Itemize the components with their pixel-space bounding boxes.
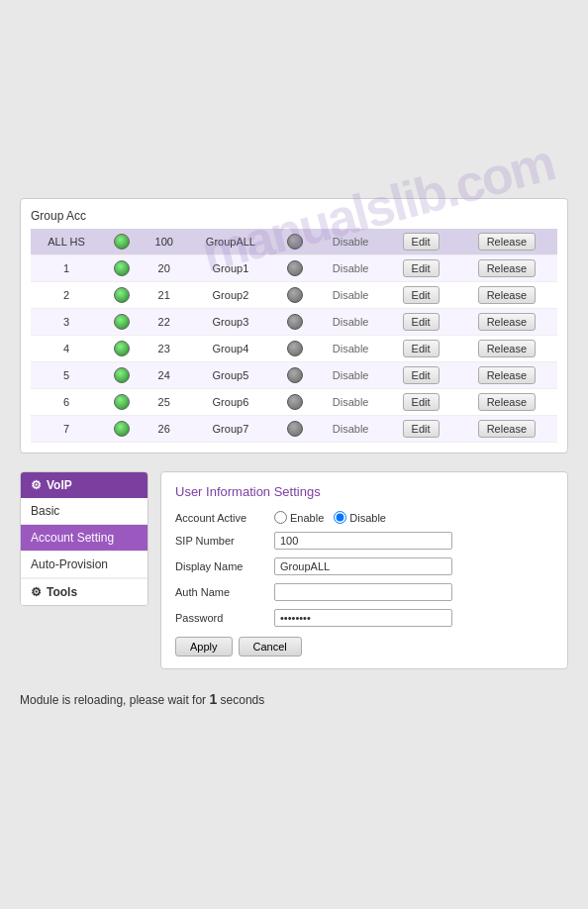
grey-dot-icon — [287, 367, 303, 383]
cell-disable: Disable — [316, 336, 386, 362]
status-bar: Module is reloading, please wait for 1 s… — [20, 687, 568, 711]
password-value-wrapper — [274, 609, 553, 627]
group-acc-title: Group Acc — [31, 209, 557, 223]
green-dot-icon — [114, 394, 130, 410]
cell-group-name: Group1 — [186, 255, 275, 282]
lower-section: ⚙ VoIP Basic Account Setting Auto-Provis… — [20, 471, 568, 669]
form-title: User Information Settings — [175, 484, 553, 499]
table-row: 120Group1DisableEditRelease — [31, 255, 557, 282]
edit-button[interactable]: Edit — [403, 366, 440, 384]
group-acc-section: Group Acc ALL HS100GroupALLDisableEditRe… — [20, 198, 568, 454]
release-button[interactable]: Release — [478, 340, 536, 357]
status-message: Module is reloading, please wait for — [20, 693, 206, 707]
cell-release: Release — [456, 229, 557, 255]
green-dot-icon — [114, 314, 130, 330]
green-dot-icon — [114, 260, 130, 276]
release-button[interactable]: Release — [478, 366, 536, 384]
cell-id: 1 — [31, 255, 102, 282]
edit-button[interactable]: Edit — [403, 259, 440, 277]
cell-release: Release — [456, 282, 557, 309]
cell-status-icon — [102, 416, 143, 443]
cell-status-icon — [102, 389, 143, 416]
cell-id: 6 — [31, 389, 102, 416]
edit-button[interactable]: Edit — [403, 286, 440, 304]
green-dot-icon — [114, 421, 130, 437]
cell-edit: Edit — [386, 362, 456, 389]
radio-disable-label[interactable]: Disable — [334, 511, 386, 524]
sip-number-input[interactable] — [274, 532, 452, 550]
cell-release: Release — [456, 416, 557, 443]
auth-name-input[interactable] — [274, 583, 452, 601]
label-display-name: Display Name — [175, 560, 274, 572]
cell-group-name: GroupALL — [186, 229, 275, 255]
cell-number: 21 — [143, 282, 186, 309]
cell-group-name: Group3 — [186, 309, 275, 336]
cell-disable: Disable — [316, 416, 386, 443]
grey-dot-icon — [287, 314, 303, 330]
cell-id: 5 — [31, 362, 102, 389]
sidebar-item-basic[interactable]: Basic — [21, 498, 147, 525]
cell-id: 2 — [31, 282, 102, 309]
gear-icon: ⚙ — [31, 478, 42, 492]
edit-button[interactable]: Edit — [403, 233, 440, 251]
label-auth-name: Auth Name — [175, 586, 274, 598]
radio-enable-label[interactable]: Enable — [274, 511, 324, 524]
green-dot-icon — [114, 234, 130, 250]
cell-release: Release — [456, 389, 557, 416]
sidebar-item-account-setting[interactable]: Account Setting — [21, 525, 147, 552]
cell-grey-icon — [275, 282, 316, 309]
cell-status-icon — [102, 255, 143, 282]
cell-group-name: Group7 — [186, 416, 275, 443]
cell-edit: Edit — [386, 255, 456, 282]
release-button[interactable]: Release — [478, 286, 536, 304]
cell-group-name: Group6 — [186, 389, 275, 416]
password-input[interactable] — [274, 609, 452, 627]
form-row-sip-number: SIP Number — [175, 532, 553, 550]
apply-button[interactable]: Apply — [175, 637, 233, 656]
cell-release: Release — [456, 336, 557, 362]
cell-number: 23 — [143, 336, 186, 362]
release-button[interactable]: Release — [478, 259, 536, 277]
release-button[interactable]: Release — [478, 393, 536, 411]
edit-button[interactable]: Edit — [403, 313, 440, 331]
release-button[interactable]: Release — [478, 313, 536, 331]
table-row: 726Group7DisableEditRelease — [31, 416, 557, 443]
edit-button[interactable]: Edit — [403, 340, 440, 357]
radio-disable[interactable] — [334, 511, 346, 524]
cell-disable: Disable — [316, 309, 386, 336]
cancel-button[interactable]: Cancel — [239, 637, 302, 656]
edit-button[interactable]: Edit — [403, 393, 440, 411]
grey-dot-icon — [287, 341, 303, 356]
cell-release: Release — [456, 362, 557, 389]
cell-number: 20 — [143, 255, 186, 282]
form-buttons: Apply Cancel — [175, 637, 553, 656]
sidebar-tools-header: ⚙ Tools — [21, 578, 147, 605]
status-seconds: 1 — [209, 691, 217, 707]
release-button[interactable]: Release — [478, 420, 536, 438]
radio-enable[interactable] — [274, 511, 287, 524]
table-row: ALL HS100GroupALLDisableEditRelease — [31, 229, 557, 255]
sidebar-item-auto-provision[interactable]: Auto-Provision — [21, 552, 147, 578]
cell-group-name: Group4 — [186, 336, 275, 362]
cell-edit: Edit — [386, 416, 456, 443]
cell-number: 22 — [143, 309, 186, 336]
label-password: Password — [175, 612, 274, 624]
cell-edit: Edit — [386, 336, 456, 362]
auth-name-value-wrapper — [274, 583, 553, 601]
display-name-input[interactable] — [274, 557, 452, 575]
form-row-auth-name: Auth Name — [175, 583, 553, 601]
release-button[interactable]: Release — [478, 233, 536, 251]
status-seconds-label: seconds — [221, 693, 265, 707]
green-dot-icon — [114, 367, 130, 383]
cell-grey-icon — [275, 336, 316, 362]
edit-button[interactable]: Edit — [403, 420, 440, 438]
cell-number: 24 — [143, 362, 186, 389]
green-dot-icon — [114, 341, 130, 356]
cell-id: 3 — [31, 309, 102, 336]
cell-disable: Disable — [316, 362, 386, 389]
form-row-display-name: Display Name — [175, 557, 553, 575]
cell-grey-icon — [275, 255, 316, 282]
cell-grey-icon — [275, 389, 316, 416]
cell-id: 7 — [31, 416, 102, 443]
cell-grey-icon — [275, 309, 316, 336]
